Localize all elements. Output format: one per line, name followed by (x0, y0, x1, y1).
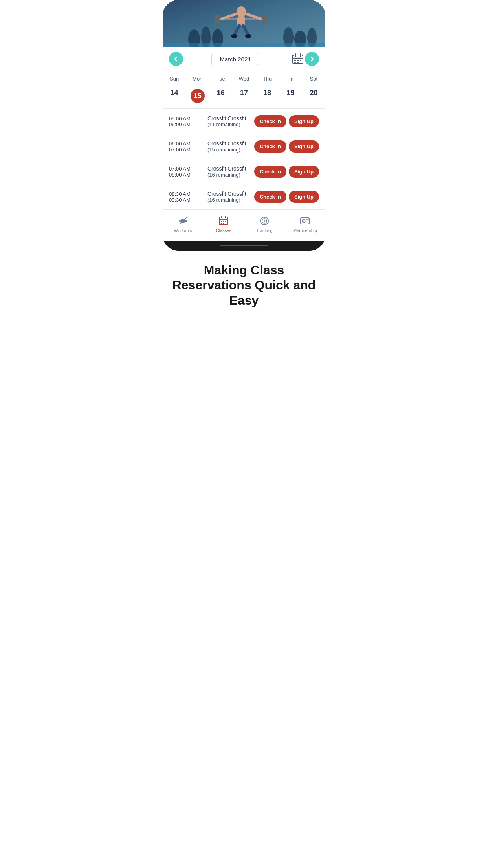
date-15[interactable]: 15 (186, 86, 209, 105)
day-header-sun: Sun (163, 74, 186, 83)
class-remaining-1: (11 remaining) (207, 121, 251, 127)
class-end-3: 08:00 AM (169, 172, 204, 178)
day-headers: Sun Mon Tue Wed Thu Fri Sat (163, 71, 325, 85)
class-name-4: Crossfit Crossfit (207, 191, 251, 197)
class-name-2: Crossfit Crossfit (207, 140, 251, 147)
classes-icon (218, 215, 229, 226)
class-actions-2: Check In Sign Up (254, 140, 319, 153)
bottom-heading: Making Class Reservations Quick and Easy (172, 263, 316, 308)
prev-month-button[interactable] (169, 52, 183, 66)
svg-rect-40 (221, 223, 222, 224)
class-start-4: 08:30 AM (169, 191, 204, 197)
class-item-2: 06:00 AM 07:00 AM Crossfit Crossfit (15 … (163, 134, 325, 159)
class-actions-3: Check In Sign Up (254, 166, 319, 178)
svg-rect-27 (294, 62, 296, 63)
class-end-2: 07:00 AM (169, 147, 204, 153)
class-info-3: Crossfit Crossfit (16 remaining) (207, 166, 251, 178)
svg-rect-24 (294, 60, 296, 61)
date-14[interactable]: 14 (163, 86, 186, 105)
home-indicator (163, 241, 325, 251)
class-end-1: 06:00 AM (169, 121, 204, 127)
svg-rect-41 (223, 223, 224, 224)
class-item-3: 07:00 AM 08:00 AM Crossfit Crossfit (16 … (163, 159, 325, 184)
class-item-4: 08:30 AM 09:30 AM Crossfit Crossfit (16 … (163, 184, 325, 210)
date-20[interactable]: 20 (302, 86, 325, 105)
signup-button-4[interactable]: Sign Up (289, 191, 319, 203)
next-month-button[interactable] (305, 52, 319, 66)
class-end-4: 09:30 AM (169, 197, 204, 203)
class-time-1: 05:00 AM 06:00 AM (169, 116, 204, 127)
svg-rect-26 (300, 60, 301, 61)
signup-button-2[interactable]: Sign Up (289, 140, 319, 153)
class-time-2: 06:00 AM 07:00 AM (169, 141, 204, 153)
day-header-wed: Wed (232, 74, 255, 83)
workouts-label: Workouts (174, 228, 192, 233)
svg-rect-8 (215, 15, 220, 23)
class-info-4: Crossfit Crossfit (16 remaining) (207, 191, 251, 203)
svg-rect-25 (297, 60, 299, 61)
day-header-thu: Thu (256, 74, 279, 83)
date-16[interactable]: 16 (209, 86, 232, 105)
nav-item-classes[interactable]: Classes (204, 213, 244, 235)
class-name-3: Crossfit Crossfit (207, 166, 251, 172)
svg-point-17 (245, 34, 251, 38)
svg-point-53 (303, 221, 305, 222)
class-start-2: 06:00 AM (169, 141, 204, 147)
calendar-icon[interactable] (291, 52, 305, 66)
svg-point-46 (264, 220, 265, 222)
hero-image (163, 0, 325, 47)
date-19[interactable]: 19 (279, 86, 302, 105)
class-start-3: 07:00 AM (169, 166, 204, 172)
class-name-1: Crossfit Crossfit (207, 115, 251, 121)
month-display: March 2021 (183, 53, 288, 65)
membership-label: Membership (293, 228, 317, 233)
class-start-1: 05:00 AM (169, 116, 204, 121)
signup-button-1[interactable]: Sign Up (289, 115, 319, 127)
svg-rect-21 (293, 57, 303, 58)
date-17[interactable]: 17 (232, 86, 255, 105)
class-remaining-2: (15 remaining) (207, 147, 251, 153)
svg-rect-39 (225, 221, 226, 222)
tracking-icon (259, 215, 270, 226)
day-header-tue: Tue (209, 74, 232, 83)
nav-item-tracking[interactable]: Tracking (244, 213, 285, 235)
svg-point-10 (237, 6, 246, 17)
day-header-sat: Sat (302, 74, 325, 83)
svg-rect-9 (262, 15, 268, 23)
classes-label: Classes (216, 228, 231, 233)
class-info-1: Crossfit Crossfit (11 remaining) (207, 115, 251, 127)
class-actions-1: Check In Sign Up (254, 115, 319, 127)
class-actions-4: Check In Sign Up (254, 191, 319, 203)
date-row: 14 15 16 17 18 19 20 (163, 85, 325, 109)
class-item-1: 05:00 AM 06:00 AM Crossfit Crossfit (11 … (163, 109, 325, 134)
day-header-fri: Fri (279, 74, 302, 83)
svg-rect-37 (221, 221, 222, 222)
class-remaining-3: (16 remaining) (207, 172, 251, 178)
nav-item-workouts[interactable]: Workouts (163, 213, 204, 235)
checkin-button-3[interactable]: Check In (254, 166, 286, 178)
nav-header: March 2021 (163, 47, 325, 71)
svg-rect-38 (223, 221, 224, 222)
svg-rect-18 (163, 43, 325, 47)
bottom-text-section: Making Class Reservations Quick and Easy (163, 251, 325, 320)
workouts-icon (178, 215, 189, 226)
class-time-3: 07:00 AM 08:00 AM (169, 166, 204, 178)
checkin-button-4[interactable]: Check In (254, 191, 286, 203)
signup-button-3[interactable]: Sign Up (289, 166, 319, 178)
date-18[interactable]: 18 (256, 86, 279, 105)
class-time-4: 08:30 AM 09:30 AM (169, 191, 204, 203)
class-list: 05:00 AM 06:00 AM Crossfit Crossfit (11 … (163, 109, 325, 210)
svg-rect-28 (297, 62, 299, 63)
phone-frame: March 2021 (163, 0, 325, 251)
checkin-button-2[interactable]: Check In (254, 140, 286, 153)
home-bar (220, 245, 268, 246)
membership-icon (299, 215, 310, 226)
nav-item-membership[interactable]: Membership (285, 213, 326, 235)
class-remaining-4: (16 remaining) (207, 197, 251, 203)
day-header-mon: Mon (186, 74, 209, 83)
bottom-nav: Workouts Clas (163, 210, 325, 241)
phone-screen: March 2021 (163, 0, 325, 241)
checkin-button-1[interactable]: Check In (254, 115, 286, 127)
svg-point-16 (231, 34, 237, 38)
tracking-label: Tracking (256, 228, 273, 233)
